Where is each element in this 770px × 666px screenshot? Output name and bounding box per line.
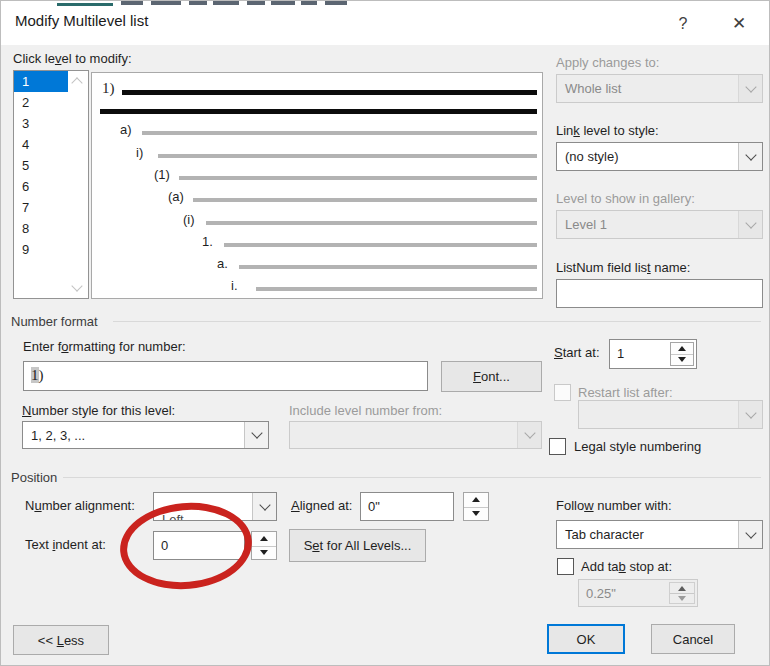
preview-number: (1): [154, 167, 170, 182]
number-style-label: Number style for this level:: [22, 403, 175, 418]
spin-down-button[interactable]: [671, 354, 693, 365]
input-value: 0: [161, 538, 168, 553]
level-item-7[interactable]: 7: [14, 197, 68, 218]
preview-text-line: [193, 198, 537, 202]
chevron-down-icon[interactable]: [244, 422, 268, 448]
enter-formatting-label: Enter formatting for number:: [23, 339, 186, 354]
start-at-stepper[interactable]: [670, 342, 694, 366]
scroll-down-icon[interactable]: [73, 282, 81, 290]
level-item-8[interactable]: 8: [14, 218, 68, 239]
preview-text-line: [239, 265, 537, 269]
spin-up-button[interactable]: [252, 532, 276, 547]
format-literal: ): [39, 367, 44, 383]
tab-stop-input: 0.25": [578, 579, 698, 607]
background-window-artifact: [213, 1, 239, 5]
ok-button[interactable]: OK: [547, 624, 625, 654]
aligned-at-stepper[interactable]: [463, 492, 489, 521]
background-window-artifact: [151, 1, 181, 5]
label-part: Add ta: [581, 559, 619, 574]
preview-number: a.: [217, 256, 228, 271]
label-part: <<: [38, 633, 57, 648]
label-part: number with:: [594, 498, 672, 513]
less-button[interactable]: << Less: [13, 625, 109, 655]
include-level-select: [289, 421, 542, 449]
list-preview: 1) a) i) (1) (a) (i) 1.: [91, 72, 543, 299]
level-item-3[interactable]: 3: [14, 113, 68, 134]
chevron-down-icon[interactable]: [738, 143, 762, 170]
format-input[interactable]: 1): [23, 361, 428, 391]
spin-down-button[interactable]: [464, 507, 488, 521]
label-accel: F: [473, 369, 481, 384]
group-divider: [63, 477, 761, 478]
label-accel: L: [57, 633, 64, 648]
preview-number: (a): [168, 189, 184, 204]
input-value: 0": [368, 499, 380, 514]
close-button[interactable]: ✕: [723, 9, 755, 37]
label-part: Lin: [556, 123, 573, 138]
font-button[interactable]: Font...: [441, 361, 542, 392]
set-all-levels-button[interactable]: Set for All Levels...: [289, 529, 426, 562]
number-alignment-select[interactable]: Left: [153, 492, 277, 521]
label-accel: o: [61, 339, 68, 354]
tab-stop-stepper: [669, 582, 695, 604]
label-part: ListNum field lis: [556, 260, 647, 275]
preview-text-line: [256, 287, 537, 291]
label-part: name:: [651, 260, 691, 275]
label-part: umber style for this level:: [31, 403, 175, 418]
include-level-label: Include level number from:: [289, 403, 442, 418]
listnum-label: ListNum field list name:: [556, 260, 690, 275]
label-part: Le: [574, 439, 588, 454]
number-alignment-label: Number alignment:: [25, 498, 135, 513]
help-button[interactable]: ?: [667, 9, 699, 37]
level-item-6[interactable]: 6: [14, 176, 68, 197]
apply-changes-label: Apply changes to:: [556, 55, 659, 70]
number-style-select[interactable]: 1, 2, 3, ...: [22, 421, 269, 449]
level-item-2[interactable]: 2: [14, 92, 68, 113]
level-item-4[interactable]: 4: [14, 134, 68, 155]
text-indent-input[interactable]: 0: [153, 531, 245, 560]
select-value: (no style): [565, 149, 618, 164]
cancel-button[interactable]: Cancel: [651, 624, 735, 654]
level-item-5[interactable]: 5: [14, 155, 68, 176]
label-part: tart at:: [563, 345, 600, 360]
start-at-label: Start at:: [554, 345, 600, 360]
spin-down-button: [670, 593, 694, 603]
label-part: Click le: [13, 51, 55, 66]
add-tab-checkbox[interactable]: [557, 558, 574, 575]
link-style-select[interactable]: (no style): [556, 142, 763, 171]
level-item-1[interactable]: 1: [14, 71, 68, 92]
dialog-title: Modify Multilevel list: [15, 12, 148, 29]
label-accel: w: [584, 498, 593, 513]
level-item-9[interactable]: 9: [14, 239, 68, 260]
legal-label: Legal style numbering: [574, 439, 701, 454]
chevron-down-icon[interactable]: [252, 493, 276, 520]
level-listbox[interactable]: 1 2 3 4 5 6 7 8 9: [13, 70, 89, 299]
label-part: mber alignment:: [42, 498, 135, 513]
preview-number: 1.: [202, 234, 213, 249]
spin-down-button[interactable]: [252, 546, 276, 560]
background-window-artifact: [325, 1, 347, 5]
aligned-at-input[interactable]: 0": [360, 492, 454, 521]
number-format-group-label: Number format: [11, 314, 98, 329]
follow-number-label: Follow number with:: [556, 498, 672, 513]
spin-up-button[interactable]: [464, 493, 488, 508]
text-indent-label: Text indent at:: [25, 537, 106, 552]
restart-select: [578, 400, 763, 429]
label-accel: u: [34, 498, 41, 513]
listnum-input[interactable]: [556, 279, 763, 308]
chevron-down-icon[interactable]: [738, 521, 762, 548]
chevron-down-icon: [738, 75, 762, 102]
follow-number-select[interactable]: Tab character: [556, 520, 763, 549]
select-value: 1, 2, 3, ...: [31, 428, 85, 443]
select-value: Whole list: [565, 81, 621, 96]
format-field-code: 1: [31, 367, 39, 383]
preview-text-line: [224, 243, 537, 247]
preview-number: i.: [231, 278, 238, 293]
label-accel: N: [22, 403, 31, 418]
legal-checkbox[interactable]: [549, 438, 566, 455]
scroll-up-icon[interactable]: [73, 79, 81, 87]
text-indent-stepper[interactable]: [251, 531, 277, 560]
start-at-input[interactable]: 1: [609, 339, 697, 369]
background-window-artifact: [121, 1, 143, 5]
select-value: Level 1: [565, 217, 607, 232]
